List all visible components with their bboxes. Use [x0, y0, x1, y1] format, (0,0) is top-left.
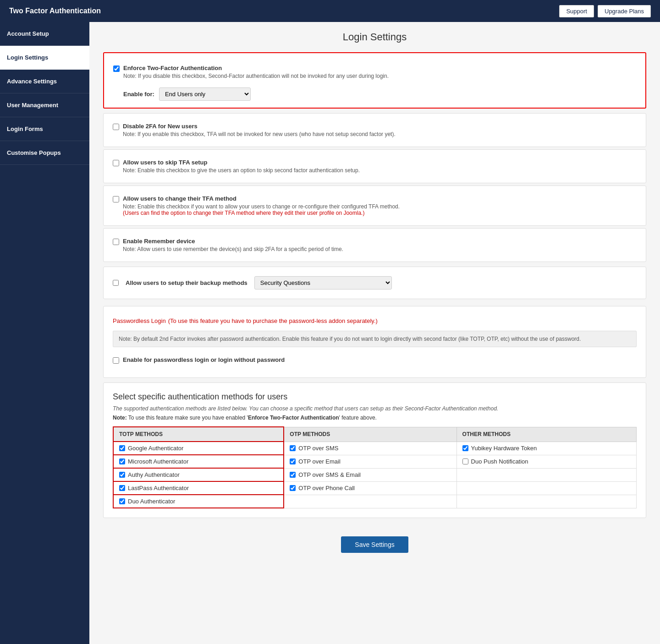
sidebar-item-login-forms[interactable]: Login Forms [0, 117, 89, 141]
auth-row-3: Authy Authenticator OTP over SMS & Email [113, 468, 637, 481]
authy-auth-checkbox[interactable] [119, 472, 125, 478]
auth-note: Note: To use this feature make sure you … [113, 415, 637, 421]
google-auth-row: Google Authenticator [119, 445, 278, 452]
duo-push-checkbox[interactable] [462, 458, 468, 464]
change-method-note: Note: Enable this checkbox if you want t… [123, 203, 400, 210]
sidebar-item-advance-settings[interactable]: Advance Settings [0, 70, 89, 93]
passwordless-enable-checkbox[interactable] [113, 357, 119, 364]
otp-phone-checkbox[interactable] [290, 485, 296, 491]
sidebar-item-user-management[interactable]: User Management [0, 93, 89, 117]
disable-2fa-row: Disable 2FA for New users Note: If you e… [113, 118, 637, 142]
auth-row-1: Google Authenticator OTP over SMS [113, 442, 637, 455]
skip-tfa-note: Note: Enable this checkbox to give the u… [123, 167, 360, 174]
enforce-tfa-section: Enforce Two-Factor Authentication Note: … [103, 52, 646, 109]
sidebar-item-customise-popups[interactable]: Customise Popups [0, 141, 89, 165]
totp-header: TOTP METHODS [113, 427, 284, 442]
change-method-row: Allow users to change their TFA method N… [113, 191, 637, 221]
auth-row-2: Microsoft Authenticator OTP over Email [113, 455, 637, 468]
otp-sms-email-row: OTP over SMS & Email [290, 471, 451, 478]
change-method-note-red: (Users can find the option to change the… [123, 210, 400, 216]
remember-device-label: Enable Remember device [123, 238, 343, 245]
otp-email-row: OTP over Email [290, 458, 451, 465]
otp-phone-label: OTP over Phone Call [298, 485, 355, 491]
remember-device-row: Enable Remember device Note: Allow users… [113, 233, 637, 257]
yubikey-row: Yubikey Hardware Token [462, 445, 631, 452]
otp-sms-email-checkbox[interactable] [290, 472, 296, 478]
enable-for-row: Enable for: End Users only All Users Adm… [123, 87, 636, 101]
otp-sms-email-label: OTP over SMS & Email [298, 471, 361, 478]
otp-header: OTP METHODS [284, 427, 456, 442]
save-button[interactable]: Save Settings [341, 536, 408, 553]
skip-tfa-checkbox[interactable] [113, 160, 119, 166]
yubikey-label: Yubikey Hardware Token [471, 445, 537, 452]
passwordless-title: Passwordless Login (To use this feature … [113, 316, 637, 325]
enforce-tfa-checkbox[interactable] [113, 65, 120, 72]
otp-sms-checkbox[interactable] [290, 445, 296, 451]
disable-2fa-label: Disable 2FA for New users [123, 123, 396, 130]
sidebar-item-login-settings[interactable]: Login Settings [0, 46, 89, 70]
duo-push-row: Duo Push Notification [462, 458, 631, 465]
lastpass-auth-checkbox[interactable] [119, 485, 125, 491]
microsoft-auth-checkbox[interactable] [119, 458, 125, 464]
skip-tfa-row: Allow users to skip TFA setup Note: Enab… [113, 154, 637, 178]
header-buttons: Support Upgrade Plans [559, 5, 651, 17]
auth-table: TOTP METHODS OTP METHODS OTHER METHODS G… [113, 426, 637, 508]
skip-tfa-label: Allow users to skip TFA setup [123, 159, 360, 166]
duo-auth-label: Duo Authenticator [128, 498, 175, 505]
enforce-tfa-note: Note: If you disable this checkbox, Seco… [123, 73, 389, 79]
otp-phone-row: OTP over Phone Call [290, 485, 451, 491]
header: Two Factor Authentication Support Upgrad… [0, 0, 660, 22]
microsoft-auth-row: Microsoft Authenticator [119, 458, 278, 465]
enable-for-label: Enable for: [123, 91, 154, 98]
duo-auth-checkbox[interactable] [119, 498, 125, 504]
main-content: Login Settings Enforce Two-Factor Authen… [89, 22, 660, 644]
backup-methods-row: Allow users to setup their backup method… [113, 272, 637, 294]
auth-description: The supported authentication methods are… [113, 405, 637, 412]
duo-push-label: Duo Push Notification [471, 458, 528, 465]
disable-2fa-checkbox[interactable] [113, 124, 119, 130]
passwordless-subtitle: (To use this feature you have to purchas… [168, 317, 378, 324]
enforce-tfa-content: Enforce Two-Factor Authentication Note: … [123, 65, 389, 79]
lastpass-auth-label: LastPass Authenticator [128, 485, 189, 491]
auth-methods-section: Select specific authentication methods f… [103, 382, 646, 518]
passwordless-note: Note: By default 2nd Factor invokes afte… [113, 331, 637, 347]
enforce-tfa-label: Enforce Two-Factor Authentication [123, 65, 389, 71]
auth-methods-title: Select specific authentication methods f… [113, 392, 637, 402]
passwordless-enable-row: Enable for passwordless login or login w… [113, 352, 637, 368]
auth-row-5: Duo Authenticator [113, 495, 637, 508]
google-auth-checkbox[interactable] [119, 445, 125, 451]
microsoft-auth-label: Microsoft Authenticator [128, 458, 188, 465]
backup-methods-label: Allow users to setup their backup method… [126, 279, 248, 286]
google-auth-label: Google Authenticator [128, 445, 183, 452]
otp-sms-row: OTP over SMS [290, 445, 451, 452]
disable-2fa-note: Note: If you enable this checkbox, TFA w… [123, 131, 396, 137]
auth-row-4: LastPass Authenticator OTP over Phone Ca… [113, 481, 637, 495]
remember-device-note: Note: Allow users to use remember the de… [123, 246, 343, 252]
authy-auth-row: Authy Authenticator [119, 471, 278, 478]
passwordless-section: Passwordless Login (To use this feature … [103, 306, 646, 378]
enable-for-select[interactable]: End Users only All Users Administrators … [159, 87, 251, 101]
support-button[interactable]: Support [559, 5, 594, 17]
layout: Account Setup Login Settings Advance Set… [0, 22, 660, 644]
passwordless-enable-label: Enable for passwordless login or login w… [123, 356, 285, 363]
sidebar-item-account-setup[interactable]: Account Setup [0, 22, 89, 46]
app-title: Two Factor Authentication [9, 7, 101, 15]
change-method-label: Allow users to change their TFA method [123, 195, 400, 202]
backup-methods-select[interactable]: Security Questions OTP via Email Backup … [254, 276, 392, 289]
page-title: Login Settings [103, 31, 646, 43]
yubikey-checkbox[interactable] [462, 445, 468, 451]
save-row: Save Settings [103, 527, 646, 562]
otp-email-checkbox[interactable] [290, 458, 296, 464]
remember-device-checkbox[interactable] [113, 239, 119, 245]
other-header: OTHER METHODS [456, 427, 636, 442]
otp-sms-label: OTP over SMS [298, 445, 338, 452]
otp-email-label: OTP over Email [298, 458, 341, 465]
sidebar: Account Setup Login Settings Advance Set… [0, 22, 89, 644]
upgrade-plans-button[interactable]: Upgrade Plans [598, 5, 651, 17]
backup-methods-checkbox[interactable] [113, 280, 119, 286]
enforce-tfa-row: Enforce Two-Factor Authentication Note: … [113, 60, 636, 84]
duo-auth-row: Duo Authenticator [119, 498, 278, 505]
change-method-checkbox[interactable] [113, 196, 119, 202]
authy-auth-label: Authy Authenticator [128, 471, 180, 478]
lastpass-auth-row: LastPass Authenticator [119, 485, 278, 491]
